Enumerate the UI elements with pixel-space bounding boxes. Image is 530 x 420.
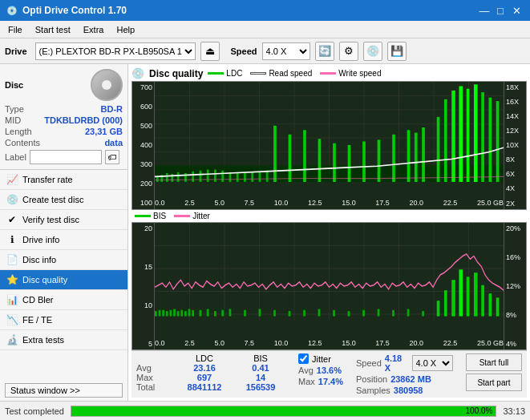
speed-label: Speed [356, 358, 382, 368]
svg-rect-24 [200, 171, 202, 182]
stats-avg-ldc: 23.16 [176, 363, 233, 373]
disc-quality-icon: ⭐ [6, 274, 18, 285]
svg-rect-17 [156, 176, 159, 182]
stats-table: LDC BIS Avg 23.16 0.41 Max 697 14 Tota [136, 353, 289, 392]
sidebar-item-transfer-rate[interactable]: 📈 Transfer rate [0, 170, 127, 190]
chart1-xaxis: 0.0 2.5 5.0 7.5 10.0 12.5 15.0 17.5 20.0… [155, 198, 504, 209]
sidebar-item-cd-bler[interactable]: 📊 CD Bler [0, 290, 127, 310]
jitter-avg-row: Avg 13.6% [298, 365, 343, 375]
svg-rect-53 [488, 98, 492, 182]
svg-rect-102 [474, 273, 478, 316]
svg-rect-39 [348, 145, 351, 182]
disc-icon-inner [102, 80, 111, 90]
disc-panel: Disc Type BD-R MID TDKBLDRBD (000) Lengt… [0, 64, 127, 170]
svg-rect-21 [177, 172, 180, 182]
svg-rect-91 [348, 311, 350, 316]
maximize-button[interactable]: □ [493, 3, 508, 18]
sidebar-item-disc-info[interactable]: 📄 Disc info [0, 250, 127, 270]
titlebar-left: 💿 Opti Drive Control 1.70 [6, 5, 127, 16]
titlebar: 💿 Opti Drive Control 1.70 — □ ✕ [0, 0, 530, 21]
menu-file[interactable]: File [3, 24, 27, 35]
eject-button[interactable]: ⏏ [200, 42, 220, 61]
speed-select[interactable]: 4.0 X [262, 42, 310, 60]
svg-rect-77 [188, 309, 191, 316]
svg-rect-98 [444, 290, 447, 316]
start-full-button[interactable]: Start full [466, 353, 522, 371]
save-button[interactable]: 💾 [387, 42, 407, 61]
disc-info-button[interactable]: 💿 [363, 42, 382, 61]
disc-label-input[interactable] [30, 150, 102, 164]
sidebar-item-fe-te[interactable]: 📉 FE / TE [0, 310, 127, 330]
drive-label: Drive [5, 46, 27, 56]
speed-position-section: Speed 4.18 X 4.0 X Position 23862 MB Sam… [356, 353, 453, 395]
svg-rect-88 [303, 309, 305, 316]
svg-rect-80 [207, 309, 209, 316]
jitter-color [174, 215, 190, 217]
stats-total-row: Total 8841112 156539 [136, 382, 289, 392]
svg-rect-92 [362, 309, 365, 316]
svg-rect-42 [392, 135, 395, 182]
svg-rect-85 [259, 309, 261, 316]
drive-select[interactable]: (E:) PLEXTOR BD-R PX-LB950SA 1.06 [35, 42, 196, 60]
jitter-max-label: Max [298, 377, 315, 386]
app-title: Opti Drive Control 1.70 [22, 5, 127, 16]
verify-test-disc-icon: ✔ [6, 214, 18, 225]
menu-help[interactable]: Help [111, 24, 140, 35]
stats-max-row: Max 697 14 [136, 373, 289, 382]
svg-rect-70 [162, 309, 164, 316]
disc-type-row: Type BD-R [5, 104, 123, 114]
sidebar-item-verify-test-disc[interactable]: ✔ Verify test disc [0, 210, 127, 230]
svg-rect-73 [173, 309, 176, 316]
legend-ldc: LDC [208, 69, 242, 78]
svg-rect-43 [407, 130, 411, 182]
svg-rect-36 [303, 130, 306, 182]
transfer-rate-icon: 📈 [6, 174, 18, 185]
content-area: 💿 Disc quality LDC Read speed Write spee… [128, 64, 530, 401]
status-window-button[interactable]: Status window >> [5, 383, 123, 398]
samples-label: Samples [356, 386, 390, 395]
extra-tests-icon: 🔬 [6, 334, 18, 345]
sidebar-item-extra-tests[interactable]: 🔬 Extra tests [0, 330, 127, 350]
svg-rect-94 [392, 309, 394, 316]
progress-bar-fill [71, 406, 496, 416]
charts-area: 700 600 500 400 300 200 100 18X 16X 14X … [131, 81, 527, 350]
svg-rect-105 [496, 297, 500, 316]
ldc-chart-svg [155, 82, 504, 196]
refresh-button[interactable]: 🔄 [315, 42, 334, 61]
svg-rect-104 [488, 293, 492, 317]
svg-rect-83 [229, 309, 232, 316]
close-button[interactable]: ✕ [509, 3, 524, 18]
sidebar-item-drive-info[interactable]: ℹ Drive info [0, 230, 127, 250]
svg-rect-26 [214, 170, 216, 182]
create-test-disc-icon: 💿 [6, 194, 18, 205]
minimize-button[interactable]: — [477, 3, 492, 18]
sidebar-item-create-test-disc[interactable]: 💿 Create test disc [0, 190, 127, 210]
chart2-yaxis-left: 20 15 10 5 [132, 223, 155, 350]
chart2-xaxis: 0.0 2.5 5.0 7.5 10.0 12.5 15.0 17.5 20.0… [155, 338, 504, 349]
position-label: Position [356, 374, 387, 384]
legend-bis-label: BIS [153, 212, 166, 220]
position-row: Position 23862 MB [356, 374, 453, 384]
menu-extra[interactable]: Extra [79, 24, 109, 35]
svg-rect-99 [451, 280, 455, 316]
speed-select2[interactable]: 4.0 X [412, 355, 454, 371]
start-part-button[interactable]: Start part [466, 374, 522, 391]
stats-avg-bis: 0.41 [233, 363, 289, 373]
sidebar-item-disc-quality[interactable]: ⭐ Disc quality [0, 270, 127, 290]
svg-rect-84 [244, 309, 246, 316]
disc-label-icon-btn[interactable]: 🏷 [105, 150, 119, 164]
menu-starttest[interactable]: Start test [30, 24, 75, 35]
chart1-yaxis-left: 700 600 500 400 300 200 100 [132, 82, 155, 209]
jitter-avg-label: Avg [298, 365, 314, 375]
svg-rect-32 [259, 172, 261, 182]
svg-rect-75 [180, 309, 183, 316]
svg-rect-97 [437, 301, 440, 316]
svg-rect-103 [481, 285, 484, 316]
svg-rect-33 [266, 171, 269, 182]
svg-rect-29 [237, 173, 239, 182]
progress-bar-container: 100.0% [71, 406, 496, 417]
statusbar: Test completed 100.0% 33:13 [0, 401, 530, 420]
svg-rect-78 [192, 309, 194, 316]
jitter-checkbox[interactable] [298, 353, 309, 364]
settings-button[interactable]: ⚙ [339, 42, 358, 61]
